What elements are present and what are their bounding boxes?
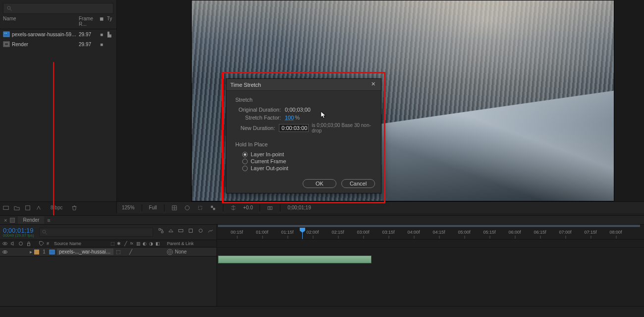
mouse-cursor-icon bbox=[321, 112, 326, 119]
radio-current-frame[interactable]: Current Frame bbox=[242, 158, 372, 164]
new-duration-label: New Duration: bbox=[235, 125, 279, 131]
playhead[interactable] bbox=[302, 228, 303, 239]
speaker-icon[interactable] bbox=[10, 241, 16, 247]
project-item[interactable]: pexels-sarowar-hussain-5946371.mp4 29.97… bbox=[0, 29, 116, 39]
3d-view-icon[interactable] bbox=[230, 205, 236, 211]
graph-editor-icon[interactable] bbox=[208, 228, 214, 234]
switch-cell[interactable] bbox=[148, 249, 153, 254]
preview-timecode[interactable]: 0;00;01;19 bbox=[287, 205, 311, 210]
column-type[interactable]: Ty bbox=[106, 16, 113, 27]
layer-column-headers: # Source Name ⬚ ✱ ╱ fx ▥ ◐ ◑ ◧ Parent & … bbox=[0, 240, 216, 248]
radio-layer-out[interactable]: Layer Out-point bbox=[242, 165, 372, 171]
trash-icon[interactable] bbox=[71, 205, 77, 211]
switch-frameblend-icon[interactable]: ▥ bbox=[136, 241, 141, 246]
switch-shy-icon[interactable]: ⬚ bbox=[110, 241, 115, 246]
radio-icon bbox=[242, 152, 248, 157]
bpc-indicator[interactable]: 8 bpc bbox=[51, 205, 62, 210]
close-icon[interactable]: ✕ bbox=[369, 81, 377, 89]
timeline-tab[interactable]: Render bbox=[18, 216, 44, 224]
lock-icon[interactable] bbox=[26, 241, 32, 247]
switch-cell[interactable] bbox=[141, 249, 146, 254]
new-adjustment-icon[interactable] bbox=[36, 205, 42, 211]
new-duration-input[interactable]: 0:00:03:00 bbox=[279, 124, 309, 132]
switch-quality-icon[interactable]: ╱ bbox=[123, 241, 128, 246]
switch-3d-icon[interactable]: ◧ bbox=[155, 241, 160, 246]
svg-rect-7 bbox=[3, 206, 8, 209]
twirl-icon[interactable]: ▸ bbox=[30, 249, 32, 254]
eye-icon[interactable] bbox=[2, 241, 8, 247]
project-search-input[interactable] bbox=[3, 3, 113, 14]
column-icon-1[interactable]: ◼ bbox=[98, 16, 106, 27]
svg-rect-15 bbox=[213, 208, 215, 210]
motion-blur-icon[interactable] bbox=[198, 228, 204, 234]
comp-tab-icon bbox=[10, 218, 15, 223]
switch-fx-icon[interactable]: fx bbox=[129, 241, 134, 246]
stretch-factor-unit: % bbox=[295, 115, 300, 121]
exposure-value[interactable]: +0.0 bbox=[243, 205, 253, 210]
switch-cell[interactable] bbox=[135, 249, 140, 254]
switch-adjust-icon[interactable]: ◑ bbox=[149, 241, 154, 246]
search-icon bbox=[42, 229, 48, 235]
stretch-factor-input[interactable]: 100 bbox=[285, 115, 294, 121]
footage-icon bbox=[49, 249, 55, 255]
pickwhip-icon[interactable] bbox=[167, 249, 173, 255]
parent-dropdown[interactable]: None bbox=[175, 249, 187, 254]
mask-toggle-icon[interactable] bbox=[184, 205, 190, 211]
switch-motionblur-icon[interactable]: ◐ bbox=[142, 241, 147, 246]
switches-column: ⬚ ✱ ╱ fx ▥ ◐ ◑ ◧ bbox=[110, 241, 160, 246]
label-icon[interactable] bbox=[39, 241, 45, 247]
transparency-grid-icon[interactable] bbox=[210, 205, 216, 211]
draft3d-icon[interactable] bbox=[168, 228, 174, 234]
grid-icon[interactable] bbox=[171, 205, 177, 211]
zoom-dropdown[interactable]: 125% bbox=[122, 205, 135, 210]
shy-icon[interactable] bbox=[178, 228, 184, 234]
ruler-tick: 04:00f bbox=[407, 230, 420, 235]
timeline-track-area[interactable]: 00:15f01:00f01:15f02:00f02:15f03:00f03:1… bbox=[217, 225, 644, 306]
svg-point-0 bbox=[7, 6, 10, 9]
ruler-tick: 00:15f bbox=[230, 230, 243, 235]
cancel-button[interactable]: Cancel bbox=[341, 179, 375, 188]
snapshot-icon[interactable] bbox=[267, 205, 273, 211]
switch-collapse-icon[interactable]: ✱ bbox=[116, 241, 121, 246]
timeline-search-input[interactable] bbox=[39, 228, 153, 237]
tab-close-icon[interactable]: × bbox=[4, 217, 7, 223]
svg-rect-23 bbox=[189, 229, 193, 233]
column-parent[interactable]: Parent & Link bbox=[167, 241, 215, 246]
column-name[interactable]: Name bbox=[3, 16, 79, 27]
ok-button[interactable]: OK bbox=[303, 179, 336, 188]
layer-name[interactable]: pexels-..._war-hussain-5946371.mp4 bbox=[57, 249, 113, 255]
interpret-footage-icon[interactable] bbox=[3, 205, 9, 211]
column-frame-rate[interactable]: Frame R... bbox=[79, 16, 98, 27]
frame-blend-icon[interactable] bbox=[188, 228, 194, 234]
layer-clip[interactable] bbox=[218, 255, 372, 263]
hold-group-label: Hold In Place bbox=[235, 141, 372, 147]
ruler-tick: 04:15f bbox=[432, 230, 445, 235]
solo-icon[interactable] bbox=[18, 241, 24, 247]
radio-icon bbox=[242, 159, 248, 164]
new-comp-icon[interactable] bbox=[25, 205, 31, 211]
dialog-titlebar[interactable]: Time Stretch ✕ bbox=[226, 79, 381, 91]
column-source-name[interactable]: Source Name bbox=[54, 241, 81, 246]
region-icon[interactable] bbox=[197, 205, 203, 211]
work-area-bar[interactable] bbox=[218, 225, 640, 228]
switch-cell[interactable]: ⬚ bbox=[115, 249, 120, 254]
tab-menu-icon[interactable]: ≡ bbox=[47, 217, 50, 223]
switch-cell[interactable] bbox=[122, 249, 127, 254]
label-color[interactable] bbox=[34, 250, 39, 254]
svg-point-30 bbox=[4, 251, 6, 253]
project-item[interactable]: Render 29.97 ■ bbox=[0, 39, 116, 49]
ruler-tick: 02:15f bbox=[331, 230, 344, 235]
timeline-footer bbox=[0, 306, 644, 317]
eye-toggle[interactable] bbox=[2, 249, 8, 255]
current-frame-sub: 00049 (29.97 fps) bbox=[3, 233, 34, 238]
layer-row[interactable]: ▸ 1 pexels-..._war-hussain-5946371.mp4 ⬚… bbox=[0, 248, 216, 256]
new-duration-info: is 0;00;03;00 Base 30 non-drop bbox=[312, 123, 372, 133]
new-folder-icon[interactable] bbox=[14, 205, 20, 211]
column-number[interactable]: # bbox=[47, 241, 49, 246]
switch-cell[interactable]: ╱ bbox=[128, 249, 133, 254]
time-ruler[interactable]: 00:15f01:00f01:15f02:00f02:15f03:00f03:1… bbox=[217, 225, 644, 240]
radio-layer-in[interactable]: Layer In-point bbox=[242, 151, 372, 157]
resolution-dropdown[interactable]: Full bbox=[149, 205, 157, 210]
comp-flowchart-icon[interactable] bbox=[158, 228, 164, 234]
layer-number: 1 bbox=[41, 249, 47, 254]
